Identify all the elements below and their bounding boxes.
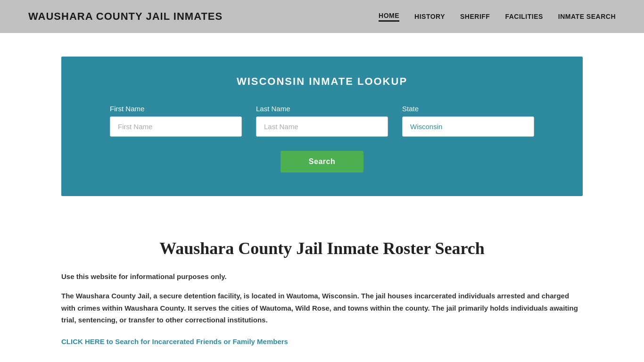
disclaimer-text: Use this website for informational purpo… — [61, 272, 583, 280]
last-name-input[interactable] — [256, 116, 388, 137]
description-text: The Waushara County Jail, a secure deten… — [61, 290, 583, 326]
main-nav: HOME HISTORY SHERIFF FACILITIES INMATE S… — [379, 12, 616, 22]
state-group: State — [402, 105, 534, 137]
nav-item-facilities[interactable]: FACILITIES — [505, 13, 543, 20]
nav-item-inmate-search[interactable]: INMATE SEARCH — [558, 13, 616, 20]
search-button-container: Search — [90, 151, 554, 173]
site-header: WAUSHARA COUNTY JAIL INMATES HOME HISTOR… — [0, 0, 644, 33]
state-input[interactable] — [402, 116, 534, 137]
search-panel-title: WISCONSIN INMATE LOOKUP — [90, 75, 554, 88]
first-name-label: First Name — [110, 105, 242, 113]
search-panel: WISCONSIN INMATE LOOKUP First Name Last … — [61, 57, 583, 196]
nav-item-home[interactable]: HOME — [379, 12, 399, 22]
page-heading: Waushara County Jail Inmate Roster Searc… — [61, 239, 583, 258]
main-content: Waushara County Jail Inmate Roster Searc… — [0, 220, 644, 362]
first-name-group: First Name — [110, 105, 242, 137]
search-fields-container: First Name Last Name State — [90, 105, 554, 137]
last-name-group: Last Name — [256, 105, 388, 137]
search-button[interactable]: Search — [281, 151, 363, 173]
nav-item-sheriff[interactable]: SHERIFF — [460, 13, 490, 20]
site-title: WAUSHARA COUNTY JAIL INMATES — [28, 10, 223, 23]
cta-link[interactable]: CLICK HERE to Search for Incarcerated Fr… — [61, 337, 288, 346]
nav-item-history[interactable]: HISTORY — [414, 13, 445, 20]
last-name-label: Last Name — [256, 105, 388, 113]
state-label: State — [402, 105, 534, 113]
first-name-input[interactable] — [110, 116, 242, 137]
